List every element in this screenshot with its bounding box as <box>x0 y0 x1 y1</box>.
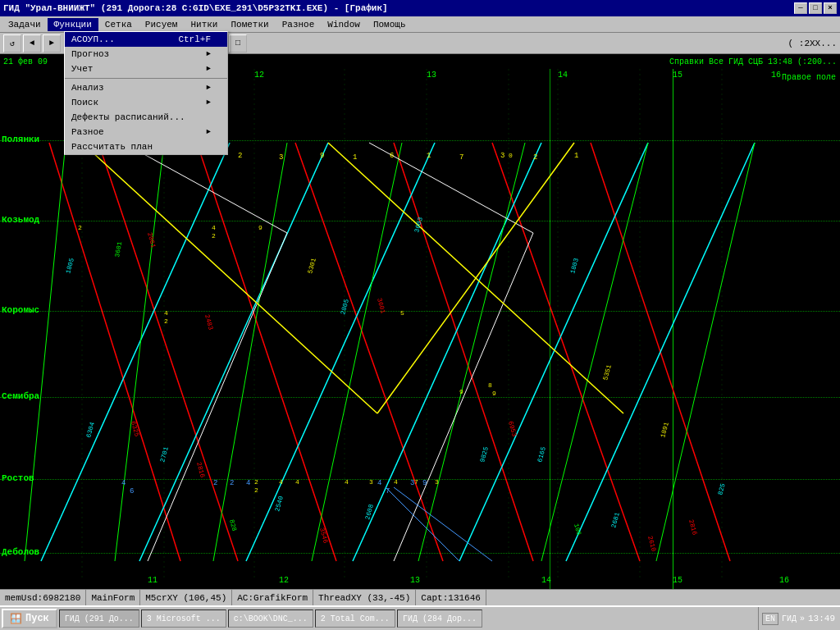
menu-funkcii[interactable]: Функции <box>48 18 98 31</box>
svg-text:2681: 2681 <box>609 511 621 528</box>
svg-text:2816: 2816 <box>687 518 699 536</box>
status-memusd: memUsd:6982180 <box>0 590 86 605</box>
svg-text:2610: 2610 <box>646 535 658 552</box>
svg-text:3603: 3603 <box>413 216 424 233</box>
taskbar-btn-microsoft[interactable]: 3 Microsoft ... <box>141 609 226 628</box>
title-bar-buttons: ─ □ × <box>794 2 837 14</box>
dropdown-defekty[interactable]: Дефекты расписаний... <box>65 110 227 125</box>
menu-window[interactable]: Window <box>321 18 367 31</box>
start-label: Пуск <box>25 613 49 624</box>
taskbar-btn-totalcom[interactable]: 2 Total Com... <box>315 609 395 628</box>
taskbar-total-label: 2 Total Com... <box>321 614 390 623</box>
time-16-bot: 16 <box>779 576 789 585</box>
taskbar-en[interactable]: EN <box>762 613 778 625</box>
svg-text:1: 1 <box>574 152 578 160</box>
svg-text:2: 2 <box>254 478 258 486</box>
svg-text:8: 8 <box>488 381 492 389</box>
close-button[interactable]: × <box>824 2 837 14</box>
svg-text:3546: 3546 <box>318 527 330 544</box>
dropdown-rasschitatplan[interactable]: Рассчитать план <box>65 139 227 154</box>
dropdown-raznoe[interactable]: Разное ► <box>65 125 227 139</box>
svg-text:1805: 1805 <box>64 257 75 274</box>
right-panel-label: Правое поле <box>782 73 836 82</box>
svg-line-23 <box>115 143 164 561</box>
svg-text:1: 1 <box>427 152 431 160</box>
svg-text:1: 1 <box>353 153 357 162</box>
svg-text:3: 3 <box>435 478 439 486</box>
menu-pomosh[interactable]: Помощь <box>367 18 413 31</box>
svg-text:7: 7 <box>459 153 463 162</box>
svg-line-13 <box>394 143 533 561</box>
status-acgrafik: AC:GrafikForm <box>232 590 313 605</box>
toolbar-left-btn[interactable]: ◄ <box>23 34 41 52</box>
svg-line-11 <box>197 143 336 561</box>
taskbar-arrow-tray[interactable]: » <box>800 614 805 623</box>
menu-pometki[interactable]: Пометки <box>224 18 275 31</box>
svg-text:9: 9 <box>258 224 262 231</box>
taskbar-btn-gid[interactable]: ГИД (291 До... <box>59 609 139 628</box>
svg-text:1803: 1803 <box>568 257 580 274</box>
status-m5crxy: M5crXY (106,45) <box>140 590 232 605</box>
dropdown-poisk[interactable]: Поиск ► <box>65 95 227 110</box>
start-icon: 🪟 <box>10 613 22 625</box>
status-threadxy: ThreadXY (33,-45) <box>313 590 416 605</box>
menu-raznoe[interactable]: Разное <box>276 18 322 31</box>
svg-line-32 <box>394 233 533 561</box>
svg-text:9: 9 <box>459 388 463 395</box>
svg-text:4: 4 <box>212 224 216 231</box>
menu-zadachi[interactable]: Задачи <box>2 18 48 31</box>
dropdown-uchet[interactable]: Учет ► <box>65 62 227 76</box>
maximize-button[interactable]: □ <box>809 2 822 14</box>
dropdown-asoup[interactable]: АСОУП... Ctrl+F <box>65 32 227 47</box>
svg-text:5351: 5351 <box>601 363 613 381</box>
menu-bar: Задачи Функции Сетка Рисуем Нитки Пометк… <box>0 16 840 33</box>
svg-text:7: 7 <box>414 478 418 486</box>
svg-text:2: 2 <box>254 486 258 494</box>
svg-line-20 <box>459 143 648 561</box>
svg-text:2: 2 <box>164 317 168 325</box>
svg-text:9: 9 <box>320 152 324 160</box>
svg-text:6165: 6165 <box>536 445 547 463</box>
svg-text:3601: 3601 <box>376 297 387 314</box>
svg-text:2483: 2483 <box>203 313 215 331</box>
svg-line-28 <box>656 143 755 561</box>
svg-text:5: 5 <box>400 309 404 317</box>
taskbar-tray: EN ГИД » 13:49 <box>758 607 838 630</box>
toolbar-right-text: ( :2XX... <box>788 39 837 48</box>
start-button[interactable]: 🪟 Пуск <box>2 609 57 628</box>
taskbar-book-label: c:\BOOK\DNC_... <box>234 614 308 623</box>
svg-text:2608: 2608 <box>363 503 375 520</box>
menu-nitki[interactable]: Нитки <box>184 18 224 31</box>
svg-line-19 <box>353 143 541 561</box>
svg-text:4: 4 <box>394 478 398 486</box>
svg-text:3601: 3601 <box>113 241 123 258</box>
svg-text:106: 106 <box>573 523 582 536</box>
svg-line-25 <box>312 143 402 561</box>
toolbar-back-btn[interactable]: ↺ <box>3 34 21 52</box>
dropdown-prognoz[interactable]: Прогноз ► <box>65 47 227 62</box>
svg-text:825: 825 <box>716 482 726 495</box>
svg-text:5301: 5301 <box>306 257 317 274</box>
svg-text:2701: 2701 <box>158 445 170 463</box>
toolbar-play-btn[interactable]: ► <box>43 34 61 52</box>
dropdown-menu: АСОУП... Ctrl+F Прогноз ► Учет ► Анализ … <box>64 31 228 155</box>
taskbar-btn-book[interactable]: c:\BOOK\DNC_... <box>228 609 313 628</box>
minimize-button[interactable]: ─ <box>794 2 807 14</box>
svg-text:4: 4 <box>164 309 168 317</box>
status-bar: memUsd:6982180 MainForm M5crXY (106,45) … <box>0 589 840 605</box>
svg-text:9825: 9825 <box>478 445 490 463</box>
svg-line-37 <box>394 487 492 561</box>
svg-line-29 <box>123 143 287 233</box>
taskbar-btn-gid284[interactable]: ГИД (284 Дор... <box>397 609 482 628</box>
dropdown-analiz[interactable]: Анализ ► <box>65 80 227 95</box>
menu-setka[interactable]: Сетка <box>98 18 139 31</box>
taskbar-gid-label: ГИД (291 До... <box>65 614 134 623</box>
svg-line-22 <box>25 143 66 561</box>
toolbar-rect-btn[interactable]: □ <box>229 34 247 52</box>
svg-text:6: 6 <box>390 152 394 160</box>
svg-text:9: 9 <box>492 390 496 397</box>
status-capt: Capt:131646 <box>416 590 486 605</box>
menu-risuem[interactable]: Рисуем <box>139 18 185 31</box>
svg-line-14 <box>492 143 640 561</box>
svg-text:3: 3 <box>279 153 283 162</box>
